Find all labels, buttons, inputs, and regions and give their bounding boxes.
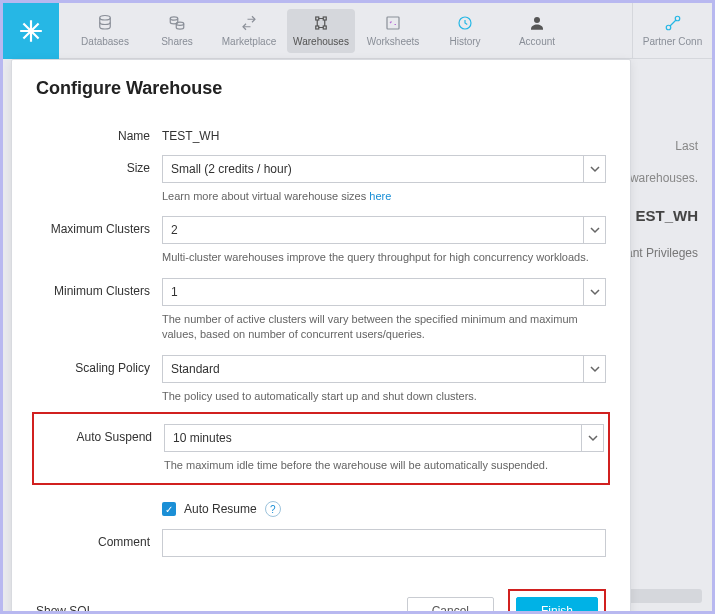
svg-point-1: [170, 17, 178, 20]
snowflake-logo[interactable]: [3, 3, 59, 59]
name-label: Name: [36, 123, 162, 143]
nav-account[interactable]: Account: [503, 9, 571, 53]
chevron-down-icon: [583, 279, 605, 305]
auto-resume-checkbox[interactable]: ✓: [162, 502, 176, 516]
account-icon: [528, 14, 546, 34]
name-value: TEST_WH: [162, 123, 606, 143]
scaling-policy-helper: The policy used to automatically start u…: [162, 389, 606, 404]
nav-label: Partner Conn: [643, 36, 702, 47]
max-clusters-helper: Multi-cluster warehouses improve the que…: [162, 250, 606, 265]
size-select[interactable]: Small (2 credits / hour): [162, 155, 606, 183]
scaling-policy-label: Scaling Policy: [36, 355, 162, 375]
svg-rect-3: [316, 17, 319, 20]
min-clusters-label: Minimum Clusters: [36, 278, 162, 298]
svg-rect-6: [323, 26, 326, 29]
max-clusters-select[interactable]: 2: [162, 216, 606, 244]
help-icon[interactable]: ?: [265, 501, 281, 517]
cancel-button[interactable]: Cancel: [407, 597, 494, 614]
nav-label: Shares: [161, 36, 193, 47]
auto-suspend-select[interactable]: 10 minutes: [164, 424, 604, 452]
finish-button[interactable]: Finish: [516, 597, 598, 614]
min-clusters-value: 1: [171, 285, 178, 299]
chevron-down-icon: [583, 156, 605, 182]
size-select-value: Small (2 credits / hour): [171, 162, 292, 176]
svg-point-0: [100, 16, 111, 21]
database-icon: [96, 14, 114, 34]
scaling-policy-select[interactable]: Standard: [162, 355, 606, 383]
auto-suspend-value: 10 minutes: [173, 431, 232, 445]
nav-partner-connect[interactable]: Partner Conn: [632, 3, 712, 59]
nav-worksheets[interactable]: Worksheets: [359, 9, 427, 53]
auto-suspend-highlight: Auto Suspend 10 minutes The maximum idle…: [32, 412, 610, 485]
nav-databases[interactable]: Databases: [71, 9, 139, 53]
dialog-title: Configure Warehouse: [36, 78, 606, 99]
warehouses-icon: [312, 14, 330, 34]
scaling-policy-value: Standard: [171, 362, 220, 376]
max-clusters-value: 2: [171, 223, 178, 237]
top-navigation: Databases Shares Marketplace Warehouses …: [3, 3, 712, 59]
size-learn-more-link[interactable]: here: [369, 190, 391, 202]
size-helper: Learn more about virtual warehouse sizes…: [162, 189, 606, 204]
nav-history[interactable]: History: [431, 9, 499, 53]
min-clusters-select[interactable]: 1: [162, 278, 606, 306]
partner-connect-icon: [664, 14, 682, 34]
svg-rect-5: [316, 26, 319, 29]
finish-highlight: Finish: [508, 589, 606, 614]
configure-warehouse-dialog: Configure Warehouse Name TEST_WH Size Sm…: [11, 59, 631, 614]
chevron-down-icon: [583, 217, 605, 243]
nav-warehouses[interactable]: Warehouses: [287, 9, 355, 53]
size-label: Size: [36, 155, 162, 175]
worksheets-icon: [384, 14, 402, 34]
auto-suspend-helper: The maximum idle time before the warehou…: [164, 458, 604, 473]
svg-point-9: [534, 17, 540, 23]
nav-label: Warehouses: [293, 36, 349, 47]
nav-label: History: [449, 36, 480, 47]
svg-rect-7: [387, 17, 399, 29]
show-sql-link[interactable]: Show SQL: [36, 604, 93, 614]
nav-marketplace[interactable]: Marketplace: [215, 9, 283, 53]
nav-shares[interactable]: Shares: [143, 9, 211, 53]
nav-label: Marketplace: [222, 36, 276, 47]
chevron-down-icon: [581, 425, 603, 451]
svg-rect-4: [323, 17, 326, 20]
auto-suspend-label: Auto Suspend: [38, 424, 164, 444]
comment-input[interactable]: [162, 529, 606, 557]
auto-resume-label: Auto Resume: [184, 502, 257, 516]
auto-resume-spacer: [36, 493, 162, 499]
chevron-down-icon: [583, 356, 605, 382]
nav-label: Account: [519, 36, 555, 47]
max-clusters-label: Maximum Clusters: [36, 216, 162, 236]
nav-label: Worksheets: [367, 36, 420, 47]
shares-icon: [168, 14, 186, 34]
min-clusters-helper: The number of active clusters will vary …: [162, 312, 606, 343]
history-icon: [456, 14, 474, 34]
comment-label: Comment: [36, 529, 162, 549]
marketplace-icon: [240, 14, 258, 34]
nav-label: Databases: [81, 36, 129, 47]
